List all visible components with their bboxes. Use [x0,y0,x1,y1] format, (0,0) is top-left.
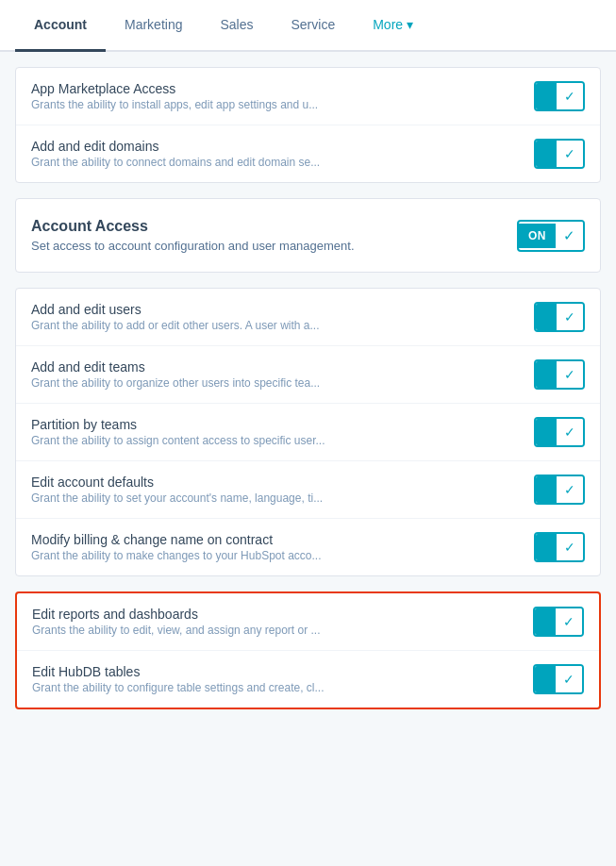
highlighted-permissions-card: Edit reports and dashboards Grants the a… [15,591,601,709]
perm-title-partition-by-teams: Partition by teams [31,417,325,432]
toggle-add-edit-domains[interactable] [534,139,585,169]
account-access-on-label: ON [519,224,556,248]
toggle-partition-by-teams[interactable] [534,417,585,447]
perm-desc-app-marketplace: Grants the ability to install apps, edit… [31,98,318,111]
toggle-check-icon[interactable] [556,666,582,692]
perm-desc-add-edit-users: Grant the ability to add or edit other u… [31,319,320,332]
toggle-check-icon[interactable] [557,361,583,388]
perm-title-add-edit-users: Add and edit users [31,302,320,317]
toggle-check-icon[interactable] [557,534,583,560]
toggle-app-marketplace[interactable] [534,81,585,111]
tab-account[interactable]: Account [15,0,106,52]
tab-service[interactable]: Service [273,0,355,52]
toggle-on-indicator [536,83,557,109]
perm-desc-partition-by-teams: Grant the ability to assign content acce… [31,434,325,447]
tab-sales[interactable]: Sales [201,0,272,52]
permission-row-edit-reports: Edit reports and dashboards Grants the a… [17,593,599,651]
toggle-check-icon[interactable] [557,83,583,109]
perm-title-edit-account-defaults: Edit account defaults [31,475,323,490]
tab-marketing[interactable]: Marketing [106,0,201,52]
simple-permissions-card: App Marketplace Access Grants the abilit… [15,67,601,183]
main-content: App Marketplace Access Grants the abilit… [0,52,616,740]
account-access-toggle[interactable]: ON [517,220,585,252]
toggle-edit-account-defaults[interactable] [534,475,585,505]
perm-title-edit-reports: Edit reports and dashboards [32,607,321,622]
toggle-on-indicator [536,141,557,167]
tabs-bar: Account Marketing Sales Service More ▾ [0,0,616,52]
permission-row-partition-by-teams: Partition by teams Grant the ability to … [16,404,600,461]
perm-title-add-edit-teams: Add and edit teams [31,359,320,375]
account-access-section: Account Access Set access to account con… [15,198,601,273]
account-permissions-card: Add and edit users Grant the ability to … [15,288,601,576]
tab-more[interactable]: More ▾ [354,0,432,52]
account-access-title: Account Access [31,218,355,235]
perm-desc-modify-billing: Grant the ability to make changes to you… [31,549,322,562]
toggle-check-icon[interactable] [557,476,583,503]
toggle-check-icon[interactable] [557,141,583,167]
toggle-check-icon[interactable] [556,608,582,635]
permission-row-add-edit-users: Add and edit users Grant the ability to … [16,289,600,346]
permission-row-modify-billing: Modify billing & change name on contract… [16,519,600,575]
account-access-check-icon[interactable] [556,222,583,250]
permission-row-edit-account-defaults: Edit account defaults Grant the ability … [16,461,600,519]
perm-title-edit-hubdb: Edit HubDB tables [32,664,325,679]
chevron-down-icon: ▾ [407,17,413,32]
perm-title-app-marketplace: App Marketplace Access [31,81,318,96]
toggle-add-edit-teams[interactable] [534,359,585,390]
account-access-desc: Set access to account configuration and … [31,239,355,253]
permission-row-add-edit-teams: Add and edit teams Grant the ability to … [16,346,600,404]
perm-desc-edit-hubdb: Grant the ability to configure table set… [32,681,325,694]
perm-desc-edit-reports: Grants the ability to edit, view, and as… [32,624,321,637]
perm-desc-edit-account-defaults: Grant the ability to set your account's … [31,491,323,505]
perm-title-add-edit-domains: Add and edit domains [31,139,320,154]
toggle-edit-reports[interactable] [533,607,584,637]
toggle-modify-billing[interactable] [534,532,585,562]
toggle-edit-hubdb[interactable] [533,664,584,694]
permission-row-app-marketplace: App Marketplace Access Grants the abilit… [16,68,600,125]
perm-title-modify-billing: Modify billing & change name on contract [31,532,322,547]
permission-row-add-edit-domains: Add and edit domains Grant the ability t… [16,125,600,182]
perm-desc-add-edit-domains: Grant the ability to connect domains and… [31,156,320,169]
perm-desc-add-edit-teams: Grant the ability to organize other user… [31,376,320,390]
toggle-check-icon[interactable] [557,419,583,445]
toggle-add-edit-users[interactable] [534,302,585,332]
permission-row-edit-hubdb: Edit HubDB tables Grant the ability to c… [17,651,599,708]
toggle-check-icon[interactable] [557,304,583,330]
